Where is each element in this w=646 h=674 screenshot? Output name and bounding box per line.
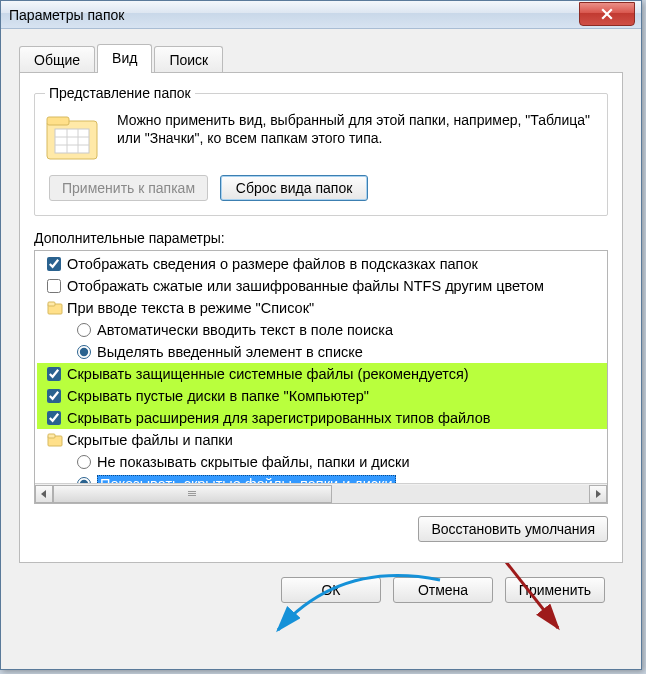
tree-checkbox[interactable] <box>47 367 61 381</box>
tree-item-label: Отображать сведения о размере файлов в п… <box>67 256 478 272</box>
advanced-tree[interactable]: Отображать сведения о размере файлов в п… <box>35 251 607 483</box>
tab-search[interactable]: Поиск <box>154 46 223 73</box>
tree-item[interactable]: Выделять введенный элемент в списке <box>37 341 607 363</box>
tree-checkbox[interactable] <box>47 411 61 425</box>
svg-rect-10 <box>48 434 55 438</box>
scroll-right-button[interactable] <box>589 485 607 503</box>
tree-item-label: Скрывать расширения для зарегистрированн… <box>67 410 490 426</box>
tree-item-label: Автоматически вводить текст в поле поиск… <box>97 322 393 338</box>
folder-icon <box>45 111 103 165</box>
tree-item[interactable]: Автоматически вводить текст в поле поиск… <box>37 319 607 341</box>
tree-item-label: Показывать скрытые файлы, папки и диски <box>97 475 396 483</box>
tree-item-label: Выделять введенный элемент в списке <box>97 344 363 360</box>
tree-item[interactable]: Скрытые файлы и папки <box>37 429 607 451</box>
svg-rect-8 <box>48 302 55 306</box>
tree-item-label: Скрытые файлы и папки <box>67 432 233 448</box>
folder-views-legend: Представление папок <box>45 85 195 101</box>
tree-item[interactable]: Скрывать защищенные системные файлы (рек… <box>37 363 607 385</box>
svg-rect-1 <box>47 117 69 125</box>
tree-item[interactable]: Скрывать пустые диски в папке "Компьютер… <box>37 385 607 407</box>
window-title: Параметры папок <box>9 7 124 23</box>
tree-item[interactable]: Показывать скрытые файлы, папки и диски <box>37 473 607 483</box>
advanced-tree-container: Отображать сведения о размере файлов в п… <box>34 250 608 504</box>
tree-item[interactable]: Отображать сведения о размере файлов в п… <box>37 253 607 275</box>
restore-defaults-button[interactable]: Восстановить умолчания <box>418 516 608 542</box>
reset-folders-button[interactable]: Сброс вида папок <box>220 175 368 201</box>
triangle-left-icon <box>40 490 48 498</box>
tab-view[interactable]: Вид <box>97 44 152 73</box>
close-button[interactable] <box>579 2 635 26</box>
folder-views-text: Можно применить вид, выбранный для этой … <box>117 111 597 165</box>
scroll-track[interactable] <box>53 485 589 503</box>
titlebar[interactable]: Параметры папок <box>1 1 641 29</box>
tree-checkbox[interactable] <box>47 257 61 271</box>
tree-checkbox[interactable] <box>47 279 61 293</box>
tree-item-label: Не показывать скрытые файлы, папки и дис… <box>97 454 410 470</box>
tree-item-label: При вводе текста в режиме "Список" <box>67 300 314 316</box>
tree-item[interactable]: Не показывать скрытые файлы, папки и дис… <box>37 451 607 473</box>
tree-item-label: Скрывать защищенные системные файлы (рек… <box>67 366 469 382</box>
cancel-button[interactable]: Отмена <box>393 577 493 603</box>
tab-general[interactable]: Общие <box>19 46 95 73</box>
apply-to-folders-button: Применить к папкам <box>49 175 208 201</box>
tree-radio[interactable] <box>77 323 91 337</box>
tree-item-label: Скрывать пустые диски в папке "Компьютер… <box>67 388 369 404</box>
dialog-button-row: ОК Отмена Применить <box>19 563 623 619</box>
ok-button[interactable]: ОК <box>281 577 381 603</box>
tree-item[interactable]: При вводе текста в режиме "Список" <box>37 297 607 319</box>
tab-strip: Общие Вид Поиск <box>19 46 623 73</box>
tree-item[interactable]: Скрывать расширения для зарегистрированн… <box>37 407 607 429</box>
svg-rect-2 <box>55 129 89 153</box>
horizontal-scrollbar[interactable] <box>35 483 607 503</box>
tab-panel-view: Представление папок Можно применить вид,… <box>19 72 623 563</box>
tree-radio[interactable] <box>77 345 91 359</box>
tree-checkbox[interactable] <box>47 389 61 403</box>
client-area: Общие Вид Поиск Представление папок <box>1 29 641 669</box>
triangle-right-icon <box>594 490 602 498</box>
tree-radio[interactable] <box>77 455 91 469</box>
advanced-label: Дополнительные параметры: <box>34 230 608 246</box>
tree-radio[interactable] <box>77 477 91 483</box>
close-icon <box>601 8 613 20</box>
apply-button[interactable]: Применить <box>505 577 605 603</box>
tree-item[interactable]: Отображать сжатые или зашифрованные файл… <box>37 275 607 297</box>
folder-options-window: Параметры папок Общие Вид Поиск Представ… <box>0 0 642 670</box>
tree-item-label: Отображать сжатые или зашифрованные файл… <box>67 278 544 294</box>
scroll-left-button[interactable] <box>35 485 53 503</box>
scroll-thumb[interactable] <box>53 485 332 503</box>
folder-views-group: Представление папок Можно применить вид,… <box>34 85 608 216</box>
